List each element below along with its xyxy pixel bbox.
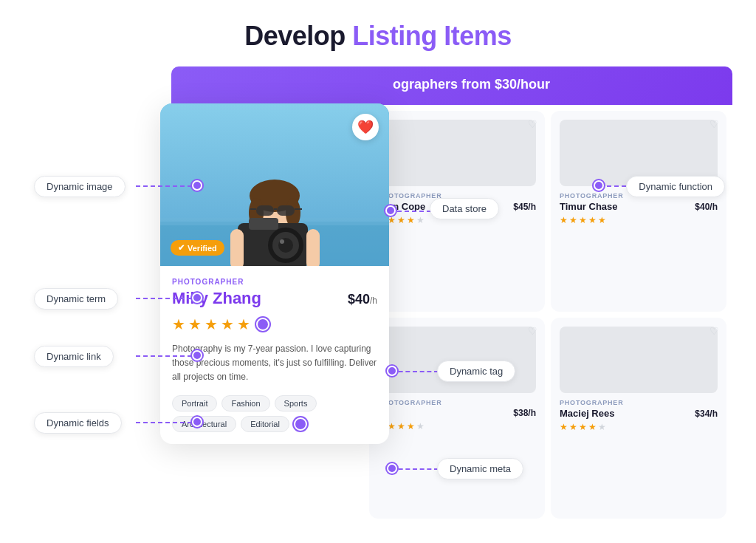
- svg-rect-9: [256, 205, 274, 216]
- bg-card-name-row-2: Timur Chase $40/h: [560, 201, 718, 212]
- dynamic-image-dot: [192, 180, 202, 191]
- dynamic-link-dot: [192, 350, 202, 361]
- bg-cards-area: ♡ PHOTOGRAPHER Rian Cope $45/h ★ ★ ★ ★ ★…: [363, 105, 732, 525]
- bg-card-timur-chase: ♡ PHOTOGRAPHER Timur Chase $40/h ★ ★ ★ ★…: [551, 111, 726, 312]
- dynamic-term-dot: [192, 293, 202, 303]
- card-tags: Portrait Fashion Sports Architectural Ed…: [172, 395, 377, 432]
- purple-dot-dynamic-tag: [256, 318, 269, 331]
- bg-card-name-2: Timur Chase: [560, 201, 618, 212]
- bg-card-stars-3: ★ ★ ★ ★ ★: [378, 421, 536, 431]
- page-title: Develop Listing Items: [244, 21, 512, 52]
- bg-card-3: ♡ PHOTOGRAPHER $38/h ★ ★ ★ ★ ★: [369, 318, 545, 519]
- card-name-row: Milly Zhang $40/h: [172, 289, 377, 308]
- star-5: ★: [237, 315, 250, 333]
- verified-badge: ✔ Verified: [171, 240, 224, 256]
- bg-card-img-1: [378, 120, 536, 186]
- main-card: ❤️ ✔ Verified PHOTOGRAPHER Milly Zhang $…: [160, 103, 389, 444]
- dynamic-link-line: [136, 355, 192, 357]
- tag-editorial: Editorial: [241, 416, 289, 432]
- bg-card-price-3: $38/h: [513, 408, 536, 418]
- card-price: $40/h: [348, 292, 377, 307]
- dynamic-meta-dot: [387, 463, 397, 474]
- data-store-dot: [385, 205, 396, 216]
- photographers-text: ographers from $30/hour: [393, 77, 550, 92]
- star-2: ★: [188, 315, 202, 333]
- data-store-line: [390, 211, 431, 212]
- annotation-dynamic-tag: Dynamic tag: [437, 361, 515, 382]
- svg-rect-20: [230, 229, 244, 266]
- svg-rect-15: [249, 218, 278, 230]
- diagram-area: ographers from $30/hour: [24, 66, 732, 525]
- purple-bar: ographers from $30/hour: [171, 66, 732, 105]
- card-stars: ★ ★ ★ ★ ★: [172, 315, 377, 333]
- tag-portrait: Portrait: [172, 395, 217, 411]
- bg-card-img-3: [378, 327, 536, 393]
- bg-card-cat-4: PHOTOGRAPHER: [560, 399, 718, 406]
- tag-architectural: Architectural: [172, 416, 236, 432]
- bg-card-stars-2: ★ ★ ★ ★ ★: [560, 215, 718, 225]
- bg-card-name-row-3: $38/h: [378, 408, 536, 418]
- annotation-dynamic-fields: Dynamic fields: [34, 412, 122, 434]
- title-prefix: Develop: [244, 21, 352, 51]
- tag-fashion: Fashion: [221, 395, 269, 411]
- bg-card-stars-4: ★ ★ ★ ★ ★: [560, 422, 718, 432]
- page-container: Develop Listing Items ographers from $30…: [0, 0, 756, 543]
- bg-card-heart-1: ♡: [528, 118, 537, 130]
- annotation-dynamic-term: Dynamic term: [34, 288, 118, 310]
- annotation-data-store: Data store: [430, 198, 499, 219]
- dynamic-tag-dot: [387, 366, 397, 376]
- bg-card-price-1: $45/h: [513, 202, 536, 212]
- card-bio: Photography is my 7-year passion. I love…: [172, 342, 377, 385]
- verified-label: Verified: [188, 244, 217, 253]
- tag-sports: Sports: [275, 395, 317, 411]
- star-4: ★: [221, 315, 234, 333]
- bg-card-price-2: $40/h: [695, 202, 718, 212]
- dynamic-fields-dot: [192, 417, 202, 427]
- svg-point-19: [280, 239, 284, 244]
- dynamic-meta-line: [391, 468, 439, 470]
- bg-card-img-4: [560, 327, 718, 393]
- title-highlight: Listing Items: [352, 21, 512, 51]
- bg-card-heart-3: ♡: [528, 325, 537, 337]
- annotation-dynamic-image: Dynamic image: [34, 176, 126, 197]
- heart-button[interactable]: ❤️: [352, 114, 379, 140]
- dynamic-image-line: [136, 185, 192, 187]
- svg-rect-21: [306, 229, 320, 266]
- bg-card-name-row-4: Maciej Rees $34/h: [560, 408, 718, 419]
- dynamic-tag-line: [391, 371, 439, 372]
- bg-card-heart-2: ♡: [709, 118, 719, 130]
- bg-card-name-4: Maciej Rees: [560, 408, 614, 419]
- annotation-dynamic-function: Dynamic function: [626, 176, 725, 197]
- dynamic-fields-line: [136, 422, 192, 423]
- annotation-dynamic-link: Dynamic link: [34, 346, 114, 367]
- annotation-dynamic-meta: Dynamic meta: [437, 458, 523, 479]
- card-category: PHOTOGRAPHER: [172, 278, 377, 286]
- star-3: ★: [205, 315, 218, 333]
- bg-card-heart-4: ♡: [709, 325, 719, 337]
- bg-card-price-4: $34/h: [695, 409, 718, 419]
- purple-dot-dynamic-meta: [294, 417, 307, 431]
- bg-card-maciej-rees: ♡ PHOTOGRAPHER Maciej Rees $34/h ★ ★ ★ ★…: [551, 318, 726, 519]
- star-1: ★: [172, 315, 185, 333]
- bg-card-cat-3: PHOTOGRAPHER: [378, 399, 536, 406]
- svg-rect-10: [277, 205, 295, 216]
- dynamic-function-dot: [594, 180, 604, 191]
- dynamic-term-line: [136, 298, 192, 299]
